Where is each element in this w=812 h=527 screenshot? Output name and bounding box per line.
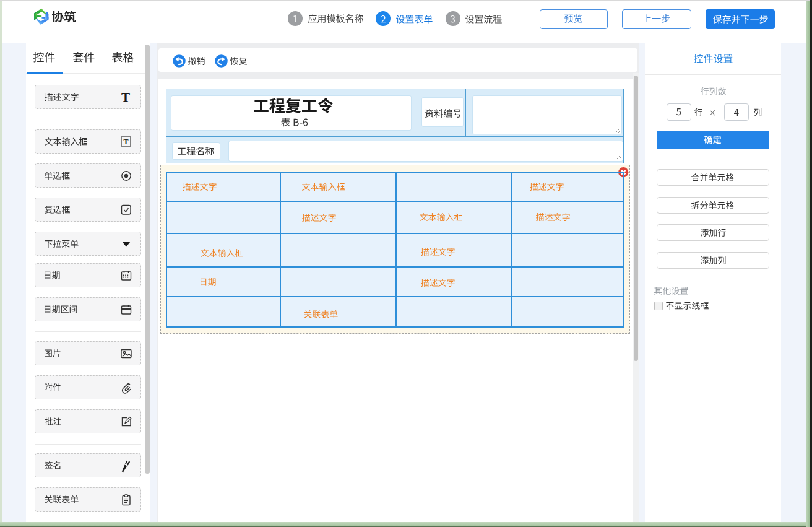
svg-text:T: T: [123, 137, 128, 146]
